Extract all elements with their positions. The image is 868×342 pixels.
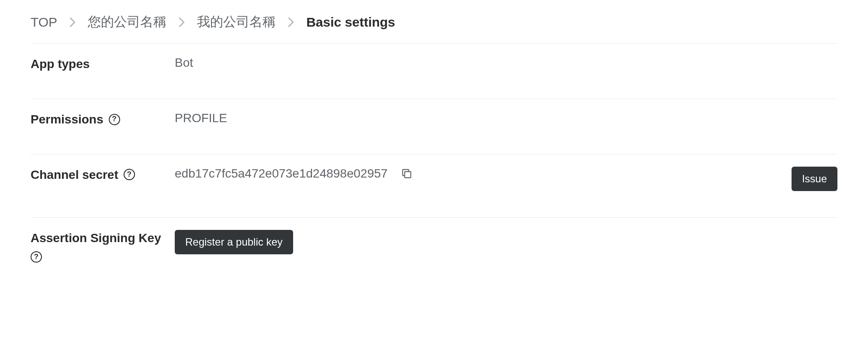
register-public-key-button[interactable]: Register a public key xyxy=(175,230,293,254)
permissions-label-text: Permissions xyxy=(31,111,104,128)
assertion-key-label: Assertion Signing Key ? xyxy=(31,230,175,263)
breadcrumb-my-company[interactable]: 我的公司名稱 xyxy=(197,13,276,31)
channel-secret-label-text: Channel secret xyxy=(31,167,118,183)
assertion-key-label-text: Assertion Signing Key xyxy=(31,230,161,246)
svg-rect-0 xyxy=(405,171,411,178)
breadcrumb-current: Basic settings xyxy=(306,15,395,30)
issue-button[interactable]: Issue xyxy=(792,167,837,191)
copy-icon[interactable] xyxy=(401,168,413,180)
breadcrumb-company[interactable]: 您的公司名稱 xyxy=(88,13,166,31)
permissions-label: Permissions ? xyxy=(31,111,175,128)
app-types-value: Bot xyxy=(175,56,837,70)
row-channel-secret: Channel secret ? edb17c7fc5a472e073e1d24… xyxy=(31,154,837,218)
breadcrumb-top[interactable]: TOP xyxy=(31,15,57,30)
help-icon[interactable]: ? xyxy=(124,169,135,180)
help-icon[interactable]: ? xyxy=(31,251,42,263)
chevron-right-icon xyxy=(179,17,185,27)
channel-secret-label: Channel secret ? xyxy=(31,167,175,183)
row-app-types: App types Bot xyxy=(31,44,837,99)
chevron-right-icon xyxy=(288,17,294,27)
row-assertion-key: Assertion Signing Key ? Register a publi… xyxy=(31,218,837,289)
permissions-value: PROFILE xyxy=(175,111,837,125)
row-permissions: Permissions ? PROFILE xyxy=(31,99,837,154)
channel-secret-value: edb17c7fc5a472e073e1d24898e02957 xyxy=(175,167,387,181)
app-types-label: App types xyxy=(31,56,175,72)
breadcrumb: TOP 您的公司名稱 我的公司名稱 Basic settings xyxy=(31,4,837,44)
chevron-right-icon xyxy=(69,17,76,27)
help-icon[interactable]: ? xyxy=(109,114,120,125)
